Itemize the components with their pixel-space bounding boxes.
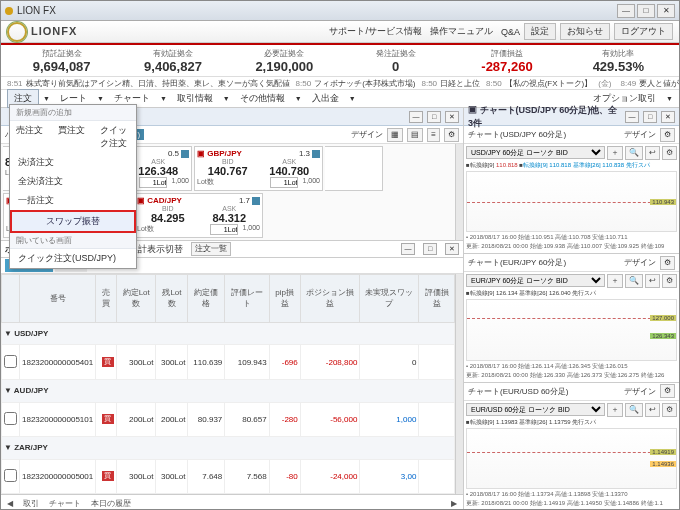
charts-panel-header: ▣ チャート(USD/JPY 60分足)他、全3件 —□✕	[464, 108, 679, 126]
menu-other-info[interactable]: その他情報	[234, 90, 291, 107]
grid3-icon[interactable]: ▤	[407, 128, 423, 142]
app-icon	[5, 7, 13, 15]
ws-tab-trade[interactable]: 取引	[23, 498, 39, 509]
grid2-icon[interactable]: ▦	[387, 128, 403, 142]
panel-close-icon[interactable]: ✕	[445, 111, 459, 123]
chart-canvas[interactable]: 110.943	[466, 171, 677, 232]
ws-tab-today[interactable]: 本日の履歴	[91, 498, 131, 509]
design-link[interactable]: デザイン	[351, 129, 383, 140]
summary-label: 預託証拠金	[7, 48, 116, 59]
window-titlebar: LION FX — □ ✕	[1, 1, 679, 21]
order-list-button[interactable]: 注文一覧	[191, 242, 231, 256]
table-row[interactable]: 1823200000005401買300Lot300Lot110.639109.…	[2, 345, 455, 379]
menu-swap-transfer[interactable]: スワップ振替	[10, 210, 136, 233]
grid4-icon[interactable]: ≡	[427, 128, 440, 142]
rate-card[interactable]: ▣ CAD/JPY1.7 BID84.295ASK84.312 Lot数1,00…	[134, 193, 263, 238]
menu-settle-order[interactable]: 決済注文	[10, 153, 136, 172]
account-summary: 預託証拠金9,694,087 有効証拠金9,406,827 必要証拠金2,190…	[1, 45, 679, 74]
brand-logo: LIONFX	[7, 22, 321, 42]
panel-max-icon[interactable]: □	[423, 243, 437, 255]
news-ticker: 8:51株式寄り前気配はアイシン精、日清、持田薬、東レ、東ソーが高く気配値 8:…	[1, 76, 679, 90]
zoom-icon[interactable]: 🔍	[625, 146, 643, 160]
workspace-tabs: ◀ 取引 チャート 本日の履歴 ▶	[1, 494, 463, 510]
summary-value: 9,694,087	[7, 59, 116, 74]
chart-pair-select[interactable]: USD/JPY 60分足 ローソク BID	[466, 146, 605, 159]
menu-open-quick-order[interactable]: クイック注文(USD/JPY)	[10, 249, 136, 268]
notices-button[interactable]: お知らせ	[560, 23, 610, 40]
add-icon[interactable]: ＋	[607, 146, 623, 160]
link-qa[interactable]: Q&A	[501, 27, 520, 37]
chart-panel-2: チャート(EUR/JPY 60分足)デザイン⚙ EUR/JPY 60分足 ローソ…	[464, 254, 679, 382]
window-title: LION FX	[17, 5, 615, 16]
link-manual[interactable]: 操作マニュアル	[430, 25, 493, 38]
order-menu-dropdown: 新規画面の追加 売注文 買注文 クイック注文 決済注文 全決済注文 一括注文 ス…	[9, 104, 137, 269]
scrollbar[interactable]	[455, 144, 463, 240]
gear-icon[interactable]: ⚙	[662, 146, 677, 160]
gear-icon[interactable]: ⚙	[444, 128, 459, 142]
scrollbar[interactable]	[455, 274, 463, 494]
table-row[interactable]: 1823200000005101買200Lot200Lot80.93780.65…	[2, 402, 455, 436]
close-button[interactable]: ✕	[657, 4, 675, 18]
chart-panel-1: チャート(USD/JPY 60分足)デザイン⚙ USD/JPY 60分足 ローソ…	[464, 126, 679, 254]
menu-buy-order[interactable]: 買注文	[52, 121, 94, 153]
row-checkbox[interactable]	[4, 355, 17, 368]
panel-min-icon[interactable]: —	[409, 111, 423, 123]
menu-bulk-order[interactable]: 一括注文	[10, 191, 136, 210]
rate-card[interactable]	[325, 146, 383, 191]
menu-quick-order[interactable]: クイック注文	[94, 121, 136, 153]
rate-card[interactable]: ▣ GBP/JPY1.3 BID140.767ASK140.780 Lot数1,…	[194, 146, 323, 191]
menu-funds[interactable]: 入出金	[306, 90, 345, 107]
panel-max-icon[interactable]: □	[427, 111, 441, 123]
gear-icon[interactable]: ⚙	[660, 128, 675, 142]
aggregate-link[interactable]: 集計表示切替	[129, 243, 183, 256]
minimize-button[interactable]: —	[617, 4, 635, 18]
panel-close-icon[interactable]: ✕	[445, 243, 459, 255]
logout-button[interactable]: ログアウト	[614, 23, 673, 40]
menu-sell-order[interactable]: 売注文	[10, 121, 52, 153]
lot-input[interactable]	[139, 177, 167, 188]
ws-tab-chart[interactable]: チャート	[49, 498, 81, 509]
menu-all-settle-order[interactable]: 全決済注文	[10, 172, 136, 191]
expand-icon	[181, 150, 189, 158]
menu-trade-info[interactable]: 取引情報	[171, 90, 219, 107]
table-row[interactable]: 1823200000005001買300Lot300Lot7.6487.568-…	[2, 459, 455, 493]
panel-min-icon[interactable]: —	[401, 243, 415, 255]
group-row[interactable]: ▼ USD/JPY	[2, 322, 455, 345]
positions-table: 番号売買 約定Lot数残Lot数約定価格 評価レートpip損益ポジション損益 未…	[1, 274, 455, 494]
link-support[interactable]: サポート/サービス情報	[329, 25, 422, 38]
settings-button[interactable]: 設定	[524, 23, 556, 40]
chart-panel-3: チャート(EUR/USD 60分足)デザイン⚙ EUR/USD 60分足 ローソ…	[464, 383, 679, 510]
app-header: LIONFX サポート/サービス情報 操作マニュアル Q&A 設定 お知らせ ロ…	[1, 21, 679, 43]
maximize-button[interactable]: □	[637, 4, 655, 18]
